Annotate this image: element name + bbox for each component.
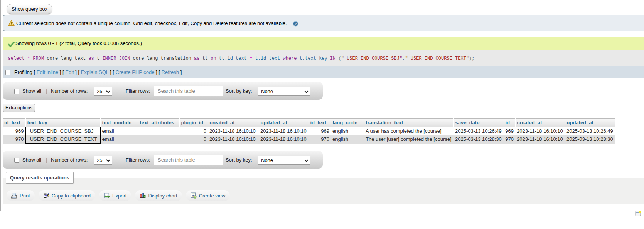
svg-text:?: ? bbox=[294, 22, 297, 26]
